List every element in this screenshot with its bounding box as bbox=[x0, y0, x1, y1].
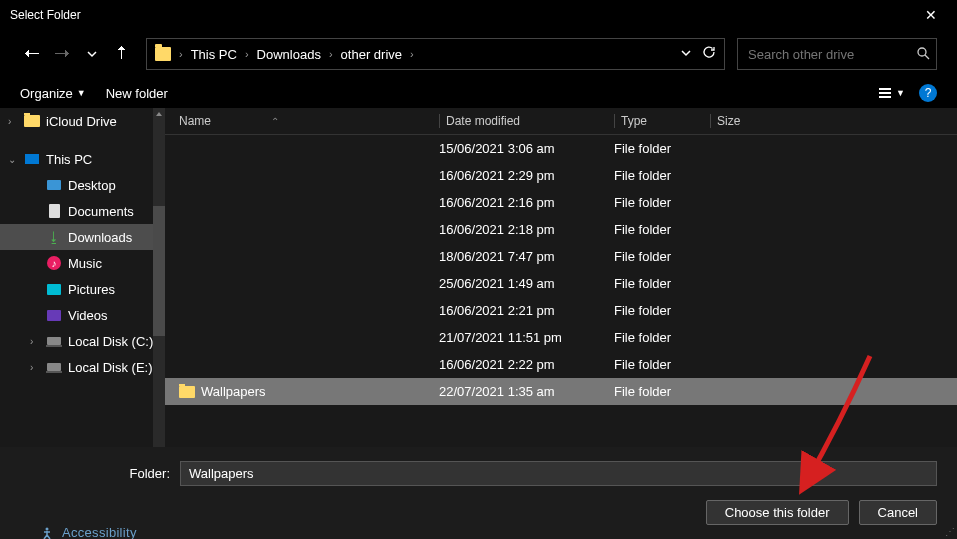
row-type: File folder bbox=[614, 276, 710, 291]
breadcrumb-item[interactable]: Downloads bbox=[257, 47, 321, 62]
chevron-icon[interactable]: › bbox=[8, 116, 18, 127]
tree-item-videos[interactable]: Videos bbox=[0, 302, 165, 328]
column-name: Name ⌃ bbox=[179, 114, 439, 128]
svg-rect-3 bbox=[879, 92, 891, 94]
choose-folder-button[interactable]: Choose this folder bbox=[706, 500, 849, 525]
file-row[interactable]: 16/06/2021 2:18 pmFile folder bbox=[165, 216, 957, 243]
file-row[interactable]: 15/06/2021 3:06 amFile folder bbox=[165, 135, 957, 162]
nav-tree: ›iCloud Drive⌄This PCDesktopDocuments⭳Do… bbox=[0, 108, 165, 447]
breadcrumb-sep: › bbox=[410, 48, 414, 60]
row-date: 18/06/2021 7:47 pm bbox=[439, 249, 614, 264]
pictures-icon bbox=[46, 281, 62, 297]
row-type: File folder bbox=[614, 249, 710, 264]
row-date: 16/06/2021 2:16 pm bbox=[439, 195, 614, 210]
row-name-text: Wallpapers bbox=[201, 384, 266, 399]
select-folder-dialog: Select Folder ✕ 🠐 🠒 🠑 › This PC › Downlo… bbox=[0, 0, 957, 539]
tree-item-desktop[interactable]: Desktop bbox=[0, 172, 165, 198]
help-button[interactable]: ? bbox=[919, 84, 937, 102]
new-folder-button[interactable]: New folder bbox=[106, 86, 168, 101]
window-title: Select Folder bbox=[10, 8, 81, 22]
dialog-footer: Folder: Choose this folder Cancel bbox=[0, 447, 957, 539]
titlebar: Select Folder ✕ bbox=[0, 0, 957, 30]
file-row[interactable]: 25/06/2021 1:49 amFile folder bbox=[165, 270, 957, 297]
view-options-button[interactable]: ▼ bbox=[877, 85, 905, 101]
doc-icon bbox=[46, 203, 62, 219]
sort-indicator: ⌃ bbox=[271, 116, 279, 127]
resize-grip[interactable]: ⋰ bbox=[945, 526, 955, 537]
videos-icon bbox=[46, 307, 62, 323]
up-button[interactable]: 🠑 bbox=[110, 42, 134, 66]
toolbar: Organize ▼ New folder ▼ ? bbox=[0, 78, 957, 108]
tree-item-label: Downloads bbox=[68, 230, 132, 245]
file-row[interactable]: 16/06/2021 2:29 pmFile folder bbox=[165, 162, 957, 189]
desktop-icon bbox=[46, 177, 62, 193]
tree-item-pictures[interactable]: Pictures bbox=[0, 276, 165, 302]
tree-item-this-pc[interactable]: ⌄This PC bbox=[0, 146, 165, 172]
svg-rect-4 bbox=[879, 96, 891, 98]
chevron-icon[interactable]: ⌄ bbox=[8, 154, 18, 165]
file-row[interactable]: 16/06/2021 2:21 pmFile folder bbox=[165, 297, 957, 324]
tree-item-local-disk-e-[interactable]: ›Local Disk (E:) bbox=[0, 354, 165, 380]
tree-item-label: Documents bbox=[68, 204, 134, 219]
tree-item-music[interactable]: ♪Music bbox=[0, 250, 165, 276]
rows-container: 15/06/2021 3:06 amFile folder16/06/2021 … bbox=[165, 135, 957, 447]
row-date: 21/07/2021 11:51 pm bbox=[439, 330, 614, 345]
chevron-icon[interactable]: › bbox=[30, 336, 40, 347]
folder-name-input[interactable] bbox=[180, 461, 937, 486]
organize-button[interactable]: Organize ▼ bbox=[20, 86, 86, 101]
tree-item-label: Desktop bbox=[68, 178, 116, 193]
cancel-button[interactable]: Cancel bbox=[859, 500, 937, 525]
file-row[interactable]: Wallpapers22/07/2021 1:35 amFile folder bbox=[165, 378, 957, 405]
file-row[interactable]: 16/06/2021 2:16 pmFile folder bbox=[165, 189, 957, 216]
chevron-icon[interactable]: › bbox=[30, 362, 40, 373]
svg-point-0 bbox=[918, 48, 926, 56]
tree-item-documents[interactable]: Documents bbox=[0, 198, 165, 224]
disk-icon bbox=[46, 333, 62, 349]
search-input[interactable] bbox=[748, 47, 916, 62]
tree-item-label: Music bbox=[68, 256, 102, 271]
tree-item-label: Local Disk (C:) bbox=[68, 334, 153, 349]
row-type: File folder bbox=[614, 168, 710, 183]
disk-icon bbox=[46, 359, 62, 375]
row-type: File folder bbox=[614, 141, 710, 156]
music-icon: ♪ bbox=[46, 255, 62, 271]
close-button[interactable]: ✕ bbox=[915, 3, 947, 27]
search-icon[interactable] bbox=[916, 46, 930, 63]
breadcrumb-item[interactable]: other drive bbox=[341, 47, 402, 62]
tree-item-downloads[interactable]: ⭳Downloads bbox=[0, 224, 165, 250]
row-date: 15/06/2021 3:06 am bbox=[439, 141, 614, 156]
column-size: Size bbox=[710, 114, 740, 128]
history-dropdown[interactable] bbox=[680, 45, 692, 63]
forward-button[interactable]: 🠒 bbox=[50, 42, 74, 66]
background-app-stub: Accessibility bbox=[40, 525, 137, 539]
file-row[interactable]: 21/07/2021 11:51 pmFile folder bbox=[165, 324, 957, 351]
sidebar-scrollbar[interactable] bbox=[153, 108, 165, 447]
breadcrumb[interactable]: › This PC › Downloads › other drive › bbox=[146, 38, 725, 70]
tree-item-icloud-drive[interactable]: ›iCloud Drive bbox=[0, 108, 165, 134]
file-row[interactable]: 18/06/2021 7:47 pmFile folder bbox=[165, 243, 957, 270]
refresh-button[interactable] bbox=[702, 45, 716, 63]
main-pane: ›iCloud Drive⌄This PCDesktopDocuments⭳Do… bbox=[0, 108, 957, 447]
column-type: Type bbox=[614, 114, 710, 128]
search-box[interactable] bbox=[737, 38, 937, 70]
svg-point-5 bbox=[46, 527, 49, 530]
pc-icon bbox=[24, 151, 40, 167]
breadcrumb-sep: › bbox=[329, 48, 333, 60]
column-headers[interactable]: Name ⌃ Date modified Type Size bbox=[165, 108, 957, 135]
breadcrumb-sep: › bbox=[179, 48, 183, 60]
recent-dropdown[interactable] bbox=[80, 42, 104, 66]
row-date: 16/06/2021 2:29 pm bbox=[439, 168, 614, 183]
tree-item-local-disk-c-[interactable]: ›Local Disk (C:) bbox=[0, 328, 165, 354]
row-type: File folder bbox=[614, 195, 710, 210]
back-button[interactable]: 🠐 bbox=[20, 42, 44, 66]
tree-item-label: This PC bbox=[46, 152, 92, 167]
folder-label: Folder: bbox=[20, 466, 170, 481]
navigation-bar: 🠐 🠒 🠑 › This PC › Downloads › other driv… bbox=[0, 30, 957, 78]
row-type: File folder bbox=[614, 303, 710, 318]
row-date: 16/06/2021 2:18 pm bbox=[439, 222, 614, 237]
breadcrumb-item[interactable]: This PC bbox=[191, 47, 237, 62]
tree-item-label: Videos bbox=[68, 308, 108, 323]
folder-icon bbox=[179, 386, 195, 398]
row-date: 25/06/2021 1:49 am bbox=[439, 276, 614, 291]
file-row[interactable]: 16/06/2021 2:22 pmFile folder bbox=[165, 351, 957, 378]
